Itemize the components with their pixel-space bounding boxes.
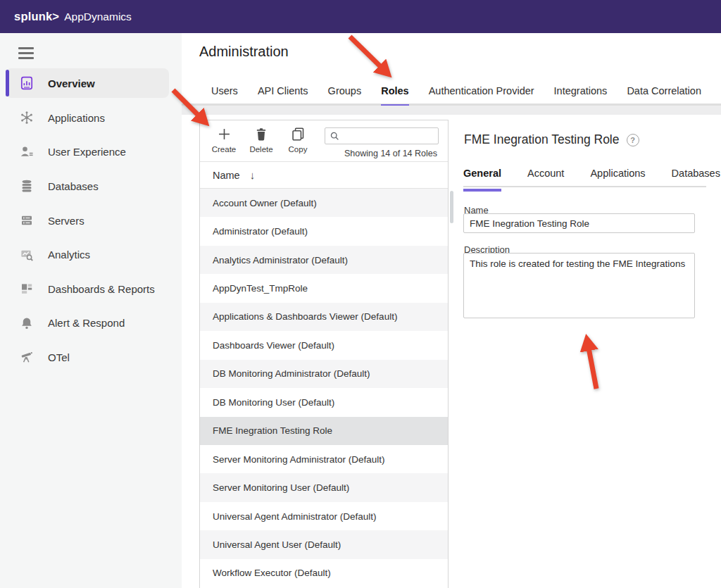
detail-tab-account[interactable]: Account [527,168,564,186]
tab-users[interactable]: Users [211,77,238,105]
table-row[interactable]: AppDynTest_TmpRole [200,274,448,302]
role-detail-tab-bar: GeneralAccountApplicationsDatabases [463,168,706,187]
plus-icon [207,125,241,143]
table-row[interactable]: Analytics Administrator (Default) [200,246,448,274]
header-divider-band [182,106,721,115]
detail-tab-general[interactable]: General [463,168,501,186]
sidebar: Overview ApplicationsUser ExperienceData… [0,33,182,588]
analytics-icon [20,248,34,262]
trash-icon [244,125,278,143]
name-column-label: Name [213,170,240,181]
search-input[interactable] [344,131,432,141]
alert-icon [20,316,34,330]
appdynamics-brand: AppDynamics [64,11,132,23]
sidebar-item-dashboards-reports[interactable]: Dashboards & Reports [0,272,182,306]
tab-integrations[interactable]: Integrations [554,77,608,105]
table-row[interactable]: Administrator (Default) [200,217,448,245]
admin-header: Administration UsersAPI ClientsGroupsRol… [182,33,721,106]
copy-icon [281,125,315,143]
create-button[interactable]: Create [207,125,241,154]
table-row[interactable]: Dashboards Viewer (Default) [200,331,448,359]
admin-tab-bar: UsersAPI ClientsGroupsRolesAuthenticatio… [182,77,721,106]
roles-rows: Account Owner (Default)Administrator (De… [200,189,448,587]
table-row[interactable]: Universal Agent Administrator (Default) [200,502,448,530]
sidebar-item-alert-respond[interactable]: Alert & Respond [0,306,182,341]
sidebar-item-overview[interactable]: Overview [6,68,169,98]
table-row[interactable]: Workflow Executor (Default) [200,559,448,587]
list-scrollbar-thumb[interactable] [450,191,453,223]
overview-icon [20,76,34,90]
help-icon[interactable]: ? [627,134,639,146]
search-icon [330,131,340,142]
sidebar-item-user-experience[interactable]: User Experience [0,135,182,170]
table-row[interactable]: Account Owner (Default) [200,189,448,217]
table-row[interactable]: Server Monitoring User (Default) [200,473,448,501]
role-description-textarea[interactable] [463,253,695,318]
roles-column-header: Name ↓ [200,162,448,189]
hamburger-menu-icon[interactable] [18,47,34,59]
sidebar-item-applications[interactable]: Applications [0,101,182,135]
table-row[interactable]: Applications & Dashboards Viewer (Defaul… [200,303,448,331]
active-item-accent-bar [6,70,9,96]
tab-roles[interactable]: Roles [381,77,409,105]
roles-search-box [325,127,439,144]
detail-tab-databases[interactable]: Databases [672,168,720,186]
table-row[interactable]: DB Monitoring Administrator (Default) [200,360,448,388]
databases-icon [20,179,34,193]
table-row[interactable]: Universal Agent User (Default) [200,530,448,558]
role-detail-panel: FME Inegration Testing Role ? GeneralAcc… [463,120,711,570]
role-name-input[interactable] [463,213,695,233]
table-row[interactable]: DB Monitoring User (Default) [200,388,448,416]
servers-icon [20,213,34,227]
sidebar-item-servers[interactable]: Servers [0,204,182,238]
roles-count-label: Showing 14 of 14 Roles [344,149,437,158]
sidebar-item-label: Overview [48,77,95,89]
role-detail-title: FME Inegration Testing Role [464,132,620,147]
sort-descending-icon[interactable]: ↓ [250,169,256,181]
roles-list-panel: Create Delete Copy Showing 14 of [199,120,449,588]
detail-tab-applications[interactable]: Applications [590,168,645,186]
sidebar-nav-list: ApplicationsUser ExperienceDatabasesServ… [0,101,182,375]
delete-button[interactable]: Delete [244,125,278,154]
applications-icon [20,111,34,125]
dashboards-icon [20,282,34,296]
page-title: Administration [199,44,289,60]
table-row[interactable]: FME Inegration Testing Role [200,417,448,445]
tab-authentication-provider[interactable]: Authentication Provider [429,77,534,105]
copy-button[interactable]: Copy [281,125,315,154]
sidebar-item-databases[interactable]: Databases [0,169,182,204]
sidebar-item-analytics[interactable]: Analytics [0,237,182,272]
tab-api-clients[interactable]: API Clients [258,77,308,105]
sidebar-item-otel[interactable]: OTel [0,340,182,375]
splunk-logo: splunk> [14,10,59,23]
otel-icon [20,350,34,364]
tab-data-correlation[interactable]: Data Correlation [627,77,701,105]
tab-groups[interactable]: Groups [328,77,362,105]
table-row[interactable]: Server Monitoring Administrator (Default… [200,445,448,473]
top-bar: splunk> AppDynamics [0,0,721,33]
appdynamics-admin-page: splunk> AppDynamics Overview Application… [0,0,721,588]
user-experience-icon [20,145,34,159]
roles-toolbar: Create Delete Copy Showing 14 of [200,120,448,162]
